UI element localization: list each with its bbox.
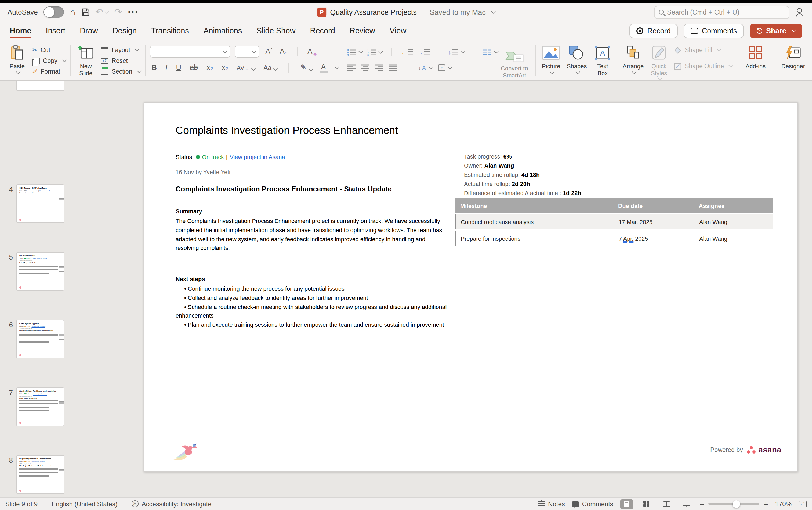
tab-animations[interactable]: Animations — [204, 22, 242, 39]
convert-smartart-button[interactable]: Convert to SmartArt — [498, 48, 532, 79]
line-spacing-button[interactable]: ↕ — [448, 49, 464, 55]
designer-button[interactable]: Designer — [779, 43, 808, 69]
autosave-toggle[interactable] — [44, 6, 64, 18]
shapes-button[interactable]: Shapes — [566, 43, 588, 77]
zoom-in-button[interactable]: + — [764, 500, 768, 508]
summary-paragraph: The Complaints Investigation Process Enh… — [176, 217, 447, 253]
bold-button[interactable]: B — [150, 63, 158, 73]
tab-home[interactable]: Home — [10, 22, 31, 39]
thumbnail-slide-5[interactable]: QA Projects Intake Status:On track|View … — [16, 252, 64, 291]
change-case-button[interactable]: Aa — [262, 63, 279, 72]
addins-button[interactable]: Add-ins — [742, 43, 770, 69]
powerpoint-app-icon: P — [317, 7, 326, 17]
thumbnail-slide-8[interactable]: Regulatory Inspection Preparedness Statu… — [16, 455, 64, 494]
decrease-font-button[interactable]: Aˇ — [278, 47, 288, 56]
slide-thumbnail-panel[interactable]: 4 OOO Tracker - QA Project Team Status:N… — [0, 81, 67, 497]
tab-insert[interactable]: Insert — [46, 22, 65, 39]
justify-button[interactable] — [389, 64, 397, 71]
font-color-button[interactable]: A — [320, 62, 328, 73]
comments-panel-button[interactable]: Comments — [572, 500, 613, 508]
new-slide-button[interactable]: New Slide — [75, 43, 97, 77]
cut-button[interactable]: ✂Cut — [32, 45, 66, 55]
tab-design[interactable]: Design — [113, 22, 137, 39]
bullets-button[interactable] — [348, 49, 362, 56]
zoom-slider[interactable] — [709, 503, 759, 505]
italic-button[interactable]: I — [164, 63, 169, 73]
columns-button[interactable] — [483, 49, 498, 55]
thumb-heading: Initial Project Kickoff — [19, 262, 61, 265]
document-title-area[interactable]: P Quality Assurance Projects — Saved to … — [317, 7, 495, 17]
align-text-button[interactable]: ↕ — [438, 64, 452, 71]
tab-view[interactable]: View — [390, 22, 406, 39]
asana-logo-icon — [747, 446, 756, 454]
record-button[interactable]: Record — [630, 23, 678, 38]
tab-review[interactable]: Review — [350, 22, 375, 39]
reading-view-button[interactable] — [660, 499, 673, 509]
search-input[interactable] — [667, 8, 785, 16]
picture-button[interactable]: Picture — [540, 43, 562, 77]
tab-draw[interactable]: Draw — [80, 22, 98, 39]
thumb-table — [59, 334, 64, 340]
comments-button[interactable]: Comments — [684, 23, 744, 38]
thumbnail-slide-7[interactable]: Quality Metrics Dashboard Implementation… — [16, 388, 64, 426]
numbering-button[interactable]: 123 — [367, 49, 382, 56]
text-box-button[interactable]: A Text Box — [592, 43, 613, 77]
clear-formatting-button[interactable]: A — [306, 47, 314, 56]
strikethrough-button[interactable]: ab — [188, 63, 200, 73]
col-header-assignee: Assignee — [694, 202, 773, 209]
align-center-button[interactable] — [361, 64, 369, 71]
language-indicator[interactable]: English (United States) — [52, 500, 117, 508]
character-spacing-button[interactable]: AV↔ — [235, 64, 257, 72]
shape-outline-icon — [674, 63, 682, 69]
layout-button[interactable]: Layout — [101, 45, 141, 55]
title-chevron-icon[interactable] — [491, 9, 495, 14]
thumbnail-slide-6[interactable]: CAPA System Upgrade Status:At risk|View … — [16, 320, 64, 359]
underline-button[interactable]: U — [174, 63, 183, 73]
decrease-indent-button[interactable]: ← — [401, 49, 413, 55]
search-box[interactable] — [654, 6, 789, 19]
notes-button[interactable]: Notes — [538, 500, 565, 508]
more-commands-icon[interactable]: ··· — [128, 7, 139, 17]
thumb-body: No recent status updates. — [19, 192, 61, 194]
font-size-select[interactable] — [235, 46, 260, 57]
paste-button[interactable]: Paste — [6, 43, 28, 77]
align-left-button[interactable] — [348, 64, 356, 71]
meta-line: Estimated time rollup: 4d 18h — [464, 170, 581, 179]
accessibility-status[interactable]: ✻ Accessibility: Investigate — [131, 500, 212, 508]
account-icon[interactable] — [796, 8, 805, 17]
slide-sorter-view-button[interactable] — [640, 499, 653, 509]
tab-transitions[interactable]: Transitions — [151, 22, 189, 39]
align-right-button[interactable] — [375, 64, 384, 71]
increase-indent-button[interactable]: → — [418, 49, 430, 55]
tab-record[interactable]: Record — [310, 22, 335, 39]
share-button[interactable]: ⎋Share — [750, 23, 802, 38]
fit-slide-to-window-button[interactable]: ⤢ — [799, 501, 807, 507]
reset-button[interactable]: ↺ Reset — [101, 55, 141, 66]
slideshow-button[interactable] — [680, 499, 693, 509]
copy-button[interactable]: Copy — [32, 55, 66, 66]
save-icon[interactable] — [81, 8, 89, 16]
thumbnail-slide-4[interactable]: OOO Tracker - QA Project Team Status:No … — [16, 184, 64, 223]
text-direction-button[interactable]: ↓A — [418, 64, 432, 71]
format-painter-button[interactable]: ✐Format — [32, 66, 66, 77]
normal-view-button[interactable] — [620, 499, 633, 509]
slide-canvas[interactable]: Complaints Investigation Process Enhance… — [144, 102, 798, 472]
thumbnail-slide-3-partial[interactable] — [16, 81, 64, 91]
subscript-button[interactable]: x2 — [220, 63, 230, 73]
paste-icon — [10, 44, 24, 61]
home-icon[interactable]: ⌂ — [70, 7, 76, 17]
zoom-percentage[interactable]: 170% — [775, 500, 791, 508]
highlight-color-button[interactable]: ✎ — [299, 63, 314, 73]
increase-font-button[interactable]: Aˆ — [264, 47, 274, 56]
font-name-select[interactable] — [150, 46, 231, 57]
section-button[interactable]: Section — [101, 66, 141, 77]
asana-project-link[interactable]: View project in Asana — [230, 154, 285, 160]
arrange-button[interactable]: Arrange — [623, 43, 644, 77]
align-text-chevron-icon — [448, 65, 452, 69]
slide-counter[interactable]: Slide 9 of 9 — [5, 500, 38, 508]
zoom-slider-knob[interactable] — [733, 500, 740, 508]
zoom-out-button[interactable]: − — [700, 500, 704, 508]
tab-slide-show[interactable]: Slide Show — [257, 22, 295, 39]
slide-title[interactable]: Complaints Investigation Process Enhance… — [176, 124, 398, 137]
superscript-button[interactable]: x2 — [205, 63, 215, 73]
